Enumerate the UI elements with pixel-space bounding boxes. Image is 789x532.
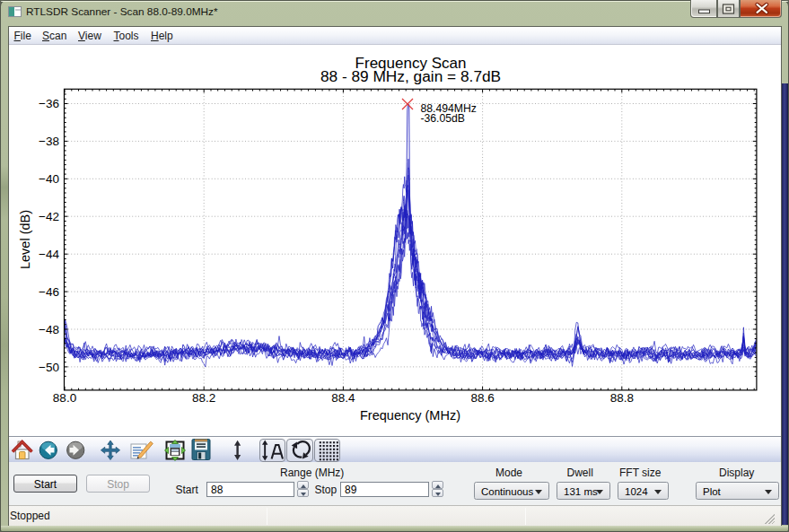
svg-text:−40: −40 xyxy=(39,172,59,186)
svg-text:−48: −48 xyxy=(39,323,59,336)
svg-text:88.8: 88.8 xyxy=(610,391,634,405)
svg-text:Frequency (MHz): Frequency (MHz) xyxy=(360,408,460,423)
svg-text:−44: −44 xyxy=(39,248,59,261)
svg-text:−36: −36 xyxy=(39,97,59,110)
svg-text:88.2: 88.2 xyxy=(192,391,215,405)
svg-text:−38: −38 xyxy=(39,135,59,148)
svg-text:88.4: 88.4 xyxy=(331,391,355,405)
svg-text:−50: −50 xyxy=(39,361,59,374)
svg-text:−46: −46 xyxy=(39,285,59,299)
svg-text:88 - 89 MHz, gain = 8.7dB: 88 - 89 MHz, gain = 8.7dB xyxy=(320,67,501,85)
svg-text:88.6: 88.6 xyxy=(470,391,494,405)
svg-text:88.0: 88.0 xyxy=(53,391,76,405)
svg-text:-36.05dB: -36.05dB xyxy=(421,112,465,125)
svg-text:Level (dB): Level (dB) xyxy=(18,210,32,269)
svg-text:−42: −42 xyxy=(39,210,59,223)
